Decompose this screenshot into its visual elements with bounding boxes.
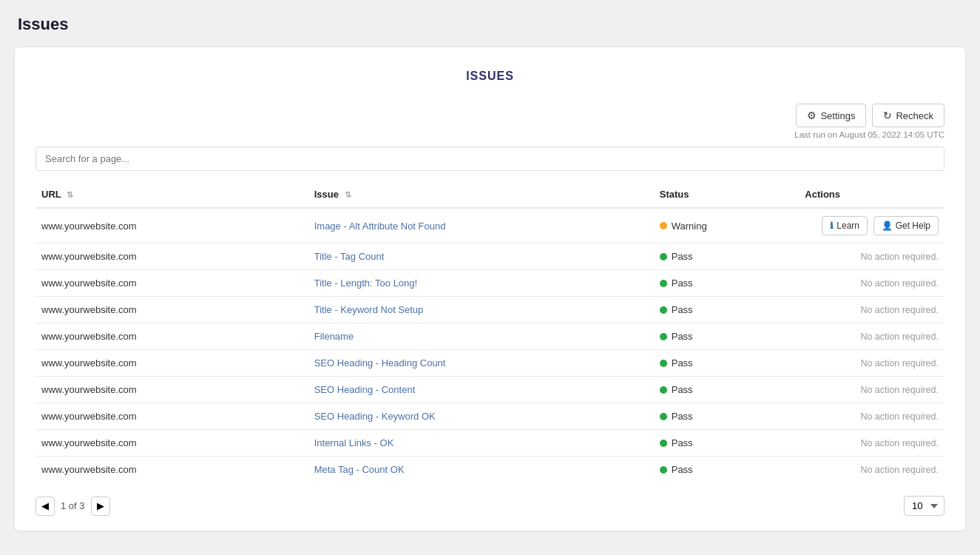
issues-table: URL ⇅ Issue ⇅ Status Actions www.yourweb…	[36, 181, 944, 482]
next-page-button[interactable]: ▶	[91, 497, 110, 516]
issue-cell[interactable]: SEO Heading - Content	[308, 377, 654, 403]
no-action-label: No action required.	[860, 332, 939, 342]
page-info: 1 of 3	[61, 500, 85, 511]
sort-icon-issue: ⇅	[345, 190, 351, 200]
search-input[interactable]	[36, 147, 944, 171]
status-label: Pass	[672, 464, 693, 475]
actions-cell: ℹ Learn 👤 Get Help	[799, 208, 944, 243]
status-dot	[660, 280, 667, 287]
last-run-text: Last run on August 05, 2022 14:05 UTC	[794, 130, 944, 139]
status-dot	[660, 222, 667, 229]
status-cell: Pass	[654, 403, 800, 430]
url-cell: www.yourwebsite.com	[36, 457, 308, 483]
status-label: Pass	[672, 304, 693, 315]
settings-button[interactable]: ⚙ Settings	[796, 104, 866, 127]
no-action-label: No action required.	[860, 385, 939, 395]
issue-cell[interactable]: Filename	[308, 323, 654, 350]
sort-icon-url: ⇅	[67, 190, 73, 200]
issue-cell[interactable]: Image - Alt Attribute Not Found	[308, 208, 654, 243]
recheck-icon: ↻	[883, 110, 892, 121]
table-row: www.yourwebsite.com SEO Heading - Headin…	[36, 350, 944, 377]
status-dot	[660, 306, 667, 314]
status-cell: Pass	[654, 377, 800, 403]
no-action-label: No action required.	[860, 278, 939, 289]
table-row: www.yourwebsite.com SEO Heading - Keywor…	[36, 403, 944, 430]
status-cell: Pass	[654, 270, 800, 297]
status-dot	[660, 440, 667, 447]
actions-cell: No action required.	[799, 457, 944, 483]
url-cell: www.yourwebsite.com	[36, 430, 308, 457]
table-row: www.yourwebsite.com Filename Pass No act…	[36, 323, 944, 350]
url-cell: www.yourwebsite.com	[36, 323, 308, 350]
actions-cell: No action required.	[799, 323, 944, 350]
info-icon: ℹ	[830, 221, 834, 231]
no-action-label: No action required.	[860, 305, 939, 315]
settings-icon: ⚙	[807, 110, 817, 121]
issue-cell[interactable]: Internal Links - OK	[308, 430, 654, 457]
url-cell: www.yourwebsite.com	[36, 297, 308, 323]
actions-cell: No action required.	[799, 377, 944, 403]
status-dot	[660, 386, 667, 394]
issue-cell[interactable]: Title - Keyword Not Setup	[308, 297, 654, 323]
no-action-label: No action required.	[860, 438, 939, 448]
actions-cell: No action required.	[799, 350, 944, 377]
status-label: Pass	[672, 357, 693, 369]
person-icon: 👤	[882, 221, 893, 231]
status-label: Pass	[672, 411, 693, 422]
actions-cell: No action required.	[799, 243, 944, 270]
table-row: www.yourwebsite.com Image - Alt Attribut…	[36, 208, 944, 243]
status-cell: Pass	[654, 457, 800, 483]
main-card: ISSUES ⚙ Settings ↻ Recheck Last run on …	[15, 47, 965, 531]
table-row: www.yourwebsite.com Meta Tag - Count OK …	[36, 457, 944, 483]
col-url[interactable]: URL ⇅	[36, 181, 308, 208]
status-cell: Pass	[654, 350, 800, 377]
learn-button[interactable]: ℹ Learn	[822, 216, 868, 235]
actions-cell: No action required.	[799, 403, 944, 430]
status-dot	[660, 413, 667, 420]
page-title: Issues	[15, 15, 965, 34]
table-row: www.yourwebsite.com Title - Keyword Not …	[36, 297, 944, 323]
status-dot	[660, 466, 667, 474]
status-cell: Warning	[654, 208, 800, 243]
no-action-label: No action required.	[860, 411, 939, 422]
url-cell: www.yourwebsite.com	[36, 270, 308, 297]
actions-cell: No action required.	[799, 270, 944, 297]
issue-cell[interactable]: SEO Heading - Heading Count	[308, 350, 654, 377]
status-label: Pass	[672, 331, 693, 342]
toolbar-buttons: ⚙ Settings ↻ Recheck	[796, 104, 944, 127]
per-page-select: 102550	[904, 496, 944, 516]
table-header: URL ⇅ Issue ⇅ Status Actions	[36, 181, 944, 208]
actions-cell: No action required.	[799, 297, 944, 323]
recheck-button[interactable]: ↻ Recheck	[872, 104, 944, 127]
page-nav: ◀ 1 of 3 ▶	[36, 497, 110, 516]
toolbar: ⚙ Settings ↻ Recheck Last run on August …	[36, 104, 944, 139]
status-cell: Pass	[654, 243, 800, 270]
actions-cell: No action required.	[799, 430, 944, 457]
per-page-dropdown[interactable]: 102550	[904, 496, 944, 516]
no-action-label: No action required.	[860, 252, 939, 262]
status-label: Pass	[672, 437, 693, 448]
table-body: www.yourwebsite.com Image - Alt Attribut…	[36, 208, 944, 482]
issue-cell[interactable]: Meta Tag - Count OK	[308, 457, 654, 483]
url-cell: www.yourwebsite.com	[36, 243, 308, 270]
issue-cell[interactable]: Title - Length: Too Long!	[308, 270, 654, 297]
status-cell: Pass	[654, 430, 800, 457]
no-action-label: No action required.	[860, 465, 939, 475]
col-issue[interactable]: Issue ⇅	[308, 181, 654, 208]
search-bar	[36, 147, 944, 171]
status-dot	[660, 360, 667, 367]
url-cell: www.yourwebsite.com	[36, 377, 308, 403]
status-cell: Pass	[654, 323, 800, 350]
prev-page-button[interactable]: ◀	[36, 497, 55, 516]
table-row: www.yourwebsite.com Title - Length: Too …	[36, 270, 944, 297]
issue-cell[interactable]: Title - Tag Count	[308, 243, 654, 270]
table-row: www.yourwebsite.com Title - Tag Count Pa…	[36, 243, 944, 270]
status-dot	[660, 333, 667, 340]
status-label: Pass	[672, 278, 693, 289]
url-cell: www.yourwebsite.com	[36, 208, 308, 243]
status-dot	[660, 253, 667, 260]
col-actions: Actions	[799, 181, 944, 208]
issue-cell[interactable]: SEO Heading - Keyword OK	[308, 403, 654, 430]
get-help-button[interactable]: 👤 Get Help	[873, 216, 939, 235]
status-label: Pass	[672, 251, 693, 262]
